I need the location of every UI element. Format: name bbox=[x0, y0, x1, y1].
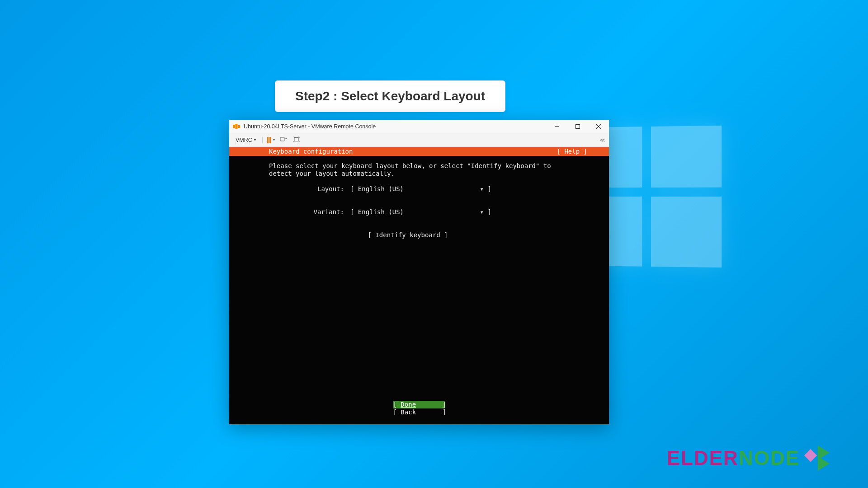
minimize-button[interactable] bbox=[547, 120, 567, 133]
vmware-icon bbox=[233, 123, 240, 130]
done-button[interactable]: [ Done ] bbox=[393, 401, 445, 408]
watermark-elder: ELDER bbox=[667, 447, 739, 469]
watermark-node: NODE bbox=[739, 447, 800, 469]
maximize-button[interactable] bbox=[567, 120, 588, 133]
chevron-down-icon[interactable]: ▾ bbox=[273, 138, 275, 142]
vmware-console-window: Ubuntu-20.04LTS-Server - VMware Remote C… bbox=[229, 120, 609, 424]
step-caption: Step2 : Select Keyboard Layout bbox=[275, 80, 505, 112]
back-button[interactable]: [ Back ] bbox=[393, 408, 445, 416]
installer-title: Keyboard configuration bbox=[269, 148, 353, 155]
svg-rect-4 bbox=[576, 124, 580, 128]
step-label: Step2 : Select Keyboard Layout bbox=[295, 89, 485, 103]
close-button[interactable] bbox=[588, 120, 609, 133]
help-button[interactable]: [ Help ] bbox=[557, 148, 587, 155]
footer-buttons: [ Done ] [ Back ] bbox=[229, 401, 609, 416]
layout-label: Layout: bbox=[269, 185, 350, 193]
instructions-text: Please select your keyboard layout below… bbox=[269, 162, 569, 178]
chevron-down-icon: ▾ bbox=[480, 208, 484, 216]
window-title: Ubuntu-20.04LTS-Server - VMware Remote C… bbox=[244, 123, 376, 130]
pause-button[interactable]: ▾ bbox=[262, 137, 275, 143]
window-titlebar[interactable]: Ubuntu-20.04LTS-Server - VMware Remote C… bbox=[229, 120, 609, 133]
installer-header: Keyboard configuration [ Help ] bbox=[229, 147, 609, 156]
svg-rect-5 bbox=[280, 137, 284, 141]
variant-row: Variant:[ English (US) ▾ ] bbox=[269, 208, 569, 216]
collapse-toolbar-icon[interactable]: ≪ bbox=[599, 137, 604, 143]
svg-rect-2 bbox=[238, 125, 240, 128]
svg-rect-0 bbox=[233, 125, 235, 128]
layout-dropdown[interactable]: [ English (US) ▾ ] bbox=[350, 185, 500, 193]
identify-keyboard-button[interactable]: [ Identify keyboard ] bbox=[246, 231, 569, 239]
pause-icon bbox=[267, 137, 271, 143]
layout-row: Layout:[ English (US) ▾ ] bbox=[269, 185, 569, 193]
vmrc-menu[interactable]: VMRC bbox=[234, 136, 258, 144]
chevron-down-icon: ▾ bbox=[480, 185, 484, 192]
watermark-logo-icon bbox=[802, 446, 834, 471]
toolbar: VMRC ▾ ≪ bbox=[229, 133, 609, 147]
variant-label: Variant: bbox=[269, 208, 350, 216]
svg-rect-1 bbox=[236, 124, 238, 129]
svg-rect-6 bbox=[294, 137, 298, 141]
send-ctrl-alt-del-icon[interactable] bbox=[279, 136, 288, 144]
svg-rect-3 bbox=[555, 126, 559, 127]
variant-dropdown[interactable]: [ English (US) ▾ ] bbox=[350, 208, 500, 216]
fullscreen-icon[interactable] bbox=[292, 136, 300, 144]
eldernode-watermark: ELDERNODE bbox=[667, 446, 834, 471]
installer-console: Keyboard configuration [ Help ] Please s… bbox=[229, 147, 609, 424]
